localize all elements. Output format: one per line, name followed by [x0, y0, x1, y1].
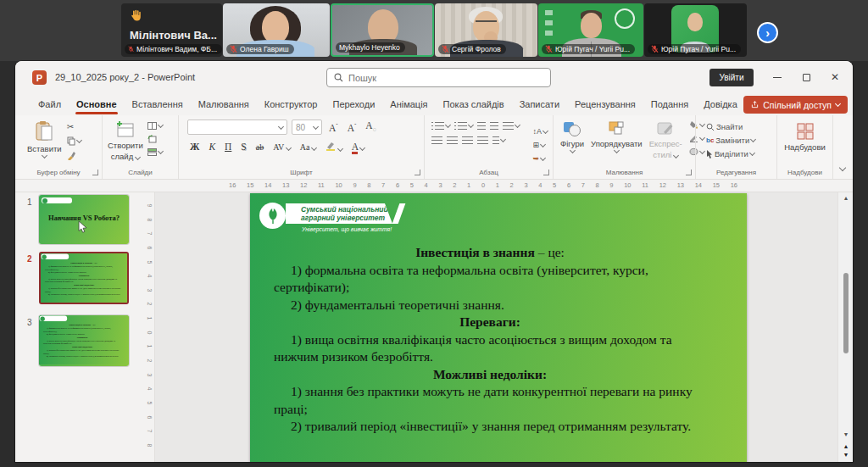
tab-Файл[interactable]: Файл	[31, 93, 69, 115]
thumbnail-slide-2-selected[interactable]: Інвестиція в знання – це:1) формальна ос…	[39, 252, 129, 304]
search-input[interactable]	[348, 73, 518, 83]
slide-paragraph: 1) знання без практики можуть не дати ко…	[45, 286, 123, 292]
participant-tile-serhii[interactable]: Сергій Фролов	[435, 3, 537, 57]
new-slide-button[interactable]: Створити слайд	[108, 115, 143, 161]
align-right-button[interactable]	[462, 136, 473, 144]
grow-font-button[interactable]: Aˆ	[326, 121, 341, 134]
columns-button[interactable]	[492, 136, 505, 144]
participant-tile-mykhaylo-active-speaker[interactable]: Mykhaylo Heyenko	[331, 3, 434, 57]
tab-Вставлення[interactable]: Вставлення	[125, 93, 191, 115]
scroll-up-arrow[interactable]: ▲	[838, 195, 853, 201]
align-left-button[interactable]	[431, 136, 442, 144]
h-ruler: 1615141312111098765432101234567891011121…	[229, 181, 737, 189]
align-text-button[interactable]: ⊞	[532, 141, 548, 149]
reset-slide-button[interactable]	[147, 135, 163, 143]
tab-Переходи[interactable]: Переходи	[325, 93, 382, 115]
copy-button[interactable]	[67, 136, 81, 146]
slide-paragraph: Можливі недоліки:	[274, 366, 706, 384]
tab-Показ слайдів[interactable]: Показ слайдів	[436, 93, 512, 115]
chevron-down-icon	[158, 122, 164, 128]
slide-paragraph: 2) фундаментальні теоретичні знання.	[274, 297, 706, 314]
next-slide-button[interactable]: ▼	[838, 452, 853, 458]
share-button[interactable]: Спільний доступ	[743, 96, 848, 114]
paragraph-dialog-launcher[interactable]	[543, 170, 549, 175]
collapse-ribbon-chevron[interactable]	[839, 164, 846, 171]
participant-tile-yurii-2[interactable]: Юрій Пугач / Yurii Pu...	[644, 3, 747, 57]
smartart-button[interactable]: ➥	[532, 154, 548, 163]
participant-label: Юрій Пугач / Yurii Pu...	[648, 44, 741, 54]
restore-button[interactable]	[792, 61, 821, 93]
ruler-tick: 2	[147, 359, 153, 363]
font-name-combo[interactable]	[187, 120, 287, 135]
clear-formatting-button[interactable]: A◌	[363, 120, 378, 134]
scroll-down-arrow[interactable]: ▼	[838, 431, 853, 437]
line-spacing-button[interactable]	[503, 122, 520, 130]
font-color-button[interactable]: A	[349, 141, 368, 153]
align-center-button[interactable]	[447, 136, 458, 144]
addins-button[interactable]: Надбудови	[777, 115, 832, 152]
slide-canvas[interactable]: Сумський національний аграрний університ…	[250, 193, 747, 462]
close-button[interactable]: ✕	[821, 61, 849, 93]
text-direction-button[interactable]: ↕A	[532, 127, 548, 136]
find-button[interactable]: Знайти	[706, 122, 776, 131]
numbering-button[interactable]	[454, 122, 473, 130]
cut-button[interactable]: ✂	[67, 122, 81, 131]
font-dialog-launcher[interactable]	[415, 170, 420, 175]
ruler-tick: 12	[659, 181, 666, 189]
change-case-button[interactable]: Aa	[298, 142, 319, 153]
ruler-tick: 16	[229, 181, 236, 189]
tab-Записати[interactable]: Записати	[512, 93, 567, 115]
snau-logo-ring	[615, 8, 635, 29]
tab-Рецензування[interactable]: Рецензування	[567, 93, 643, 115]
tab-Подання[interactable]: Подання	[643, 93, 696, 115]
search-box[interactable]	[326, 68, 551, 87]
arrange-button[interactable]: Упорядкувати	[591, 115, 643, 159]
format-painter-button[interactable]	[67, 151, 81, 160]
justify-button[interactable]	[477, 136, 488, 144]
reset-icon	[147, 135, 157, 143]
slide-paragraph: 1) вища освітня кваліфікація часто асоці…	[43, 339, 121, 345]
font-size-combo[interactable]: 80	[292, 120, 322, 135]
tab-Довідка[interactable]: Довідка	[696, 93, 745, 115]
thumbnail-slide-1[interactable]: Навчання VS Робота?	[39, 195, 129, 244]
bold-button[interactable]: Ж	[187, 141, 202, 153]
shrink-font-button[interactable]: Aˇ	[345, 121, 359, 134]
highlight-color-button[interactable]	[323, 140, 345, 153]
scrollbar-thumb[interactable]	[843, 273, 849, 353]
group-drawing: Фігури Упорядкувати Експрес- стилі	[553, 115, 695, 179]
previous-slide-button[interactable]: ▲	[838, 443, 853, 449]
tab-Анімація[interactable]: Анімація	[382, 93, 435, 115]
bullets-button[interactable]	[431, 122, 450, 130]
slide-layout-button[interactable]	[147, 122, 163, 130]
underline-button[interactable]: П	[222, 141, 234, 153]
character-spacing-button[interactable]: AV	[270, 142, 292, 153]
minimize-button[interactable]	[763, 61, 792, 93]
ruler-tick: 9	[147, 204, 153, 208]
thumbnail-slide-3[interactable]: Інвестиція в знання – це:1) формальна ос…	[39, 315, 129, 366]
arrange-icon	[607, 120, 626, 137]
participant-tile-yurii-1[interactable]: Юрій Пугач / Yurii Pu...	[538, 3, 643, 57]
participant-tile-milintovych[interactable]: Мілінтович Ва... Мілінтович Вадим, ФБ...	[121, 3, 222, 57]
slide-text-box[interactable]: Інвестиція в знання – це:1) формальна ос…	[250, 244, 747, 436]
select-button[interactable]: Виділити	[706, 149, 776, 158]
shapes-button[interactable]: Фігури	[560, 115, 584, 159]
italic-button[interactable]: К	[206, 141, 218, 153]
section-button[interactable]	[147, 148, 163, 156]
drawing-dialog-launcher[interactable]	[686, 170, 692, 175]
decrease-indent-button[interactable]	[477, 122, 486, 130]
chevron-down-icon	[42, 153, 47, 158]
ruler-tick: 3	[438, 181, 442, 189]
tab-Основне[interactable]: Основне	[69, 93, 125, 115]
text-shadow-button[interactable]: S	[238, 141, 248, 153]
next-participants-button[interactable]: ›	[757, 22, 778, 43]
sign-in-button[interactable]: Увійти	[709, 69, 754, 86]
replace-button[interactable]: bc Замінити	[706, 136, 776, 145]
tab-Конструктор[interactable]: Конструктор	[257, 93, 326, 115]
increase-indent-button[interactable]	[490, 122, 498, 130]
clipboard-dialog-launcher[interactable]	[92, 170, 98, 175]
quick-styles-button[interactable]: Експрес- стилі	[649, 115, 682, 159]
tab-Малювання[interactable]: Малювання	[191, 93, 257, 115]
participant-tile-olena[interactable]: Олена Гавриш	[223, 3, 330, 57]
strikethrough-button[interactable]: ab	[253, 142, 266, 153]
paste-button[interactable]: Вставити	[27, 115, 62, 160]
